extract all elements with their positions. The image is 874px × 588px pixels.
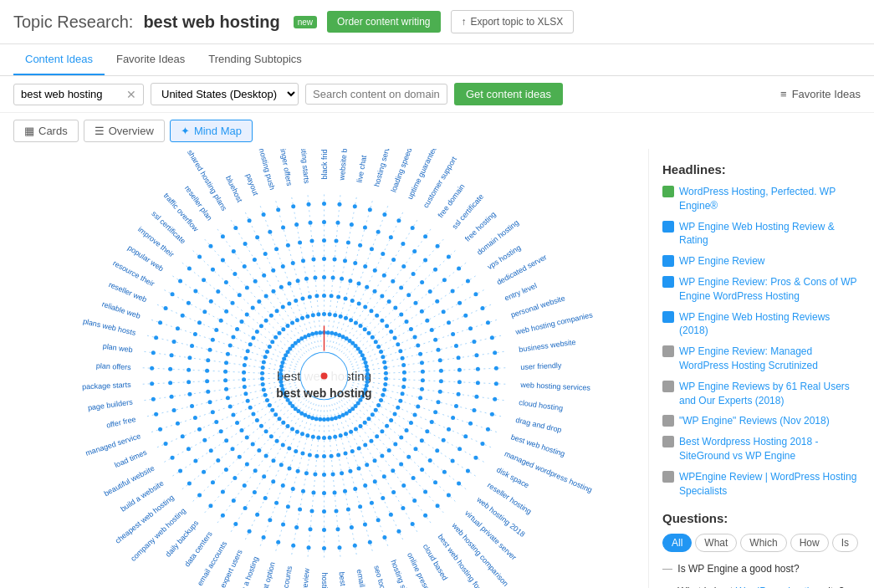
mind-map-area[interactable]: best web hosting xyxy=(0,149,648,588)
filter-which[interactable]: Which xyxy=(740,534,786,552)
location-select[interactable]: United States (Desktop) xyxy=(151,83,299,105)
headline-link[interactable]: WP Engine Review: Pros & Cons of WP Engi… xyxy=(679,275,861,304)
page-title-keyword: best web hosting xyxy=(143,13,279,32)
tab-favorite-ideas[interactable]: Favorite Ideas xyxy=(105,44,197,75)
headline-item: WordPress Hosting, Perfected. WP Engine® xyxy=(662,185,861,213)
dash-icon: — xyxy=(662,563,672,575)
overview-icon: ☰ xyxy=(95,125,105,137)
headline-link[interactable]: WP Engine Reviews by 61 Real Users and O… xyxy=(679,380,861,408)
headlines-section: Headlines: WordPress Hosting, Perfected.… xyxy=(662,162,861,498)
filter-all[interactable]: All xyxy=(662,534,692,552)
favicon-icon xyxy=(662,436,674,447)
tab-trending-subtopics[interactable]: Trending Subtopics xyxy=(197,44,314,75)
list-icon: ≡ xyxy=(780,88,787,100)
favicon-icon xyxy=(662,345,674,357)
export-icon: ↑ xyxy=(462,16,467,28)
keyword-input[interactable] xyxy=(21,88,121,100)
mindmap-icon: ✦ xyxy=(181,125,190,137)
headline-item: WP Engine Review: Managed WordPress Host… xyxy=(662,345,861,373)
toolbar: ✕ United States (Desktop) Get content id… xyxy=(0,76,874,113)
headline-item: WP Engine Review: Pros & Cons of WP Engi… xyxy=(662,275,861,304)
tabs-bar: Content Ideas Favorite Ideas Trending Su… xyxy=(0,44,874,76)
filter-what[interactable]: What xyxy=(695,534,737,552)
headline-link[interactable]: Best Wordpress Hosting 2018 - SiteGround… xyxy=(679,435,861,463)
filter-is[interactable]: Is xyxy=(832,534,858,552)
keyword-search-box[interactable]: ✕ xyxy=(13,84,144,105)
headline-item: Best Wordpress Hosting 2018 - SiteGround… xyxy=(662,435,861,463)
page-header: Topic Research: best web hosting new Ord… xyxy=(0,0,874,44)
question-item: — Is WP Engine a good host? xyxy=(662,562,861,576)
tab-content-ideas[interactable]: Content Ideas xyxy=(13,44,105,75)
headline-link[interactable]: WP Engine Web Hosting Review & Rating xyxy=(679,220,861,248)
right-panel: Headlines: WordPress Hosting, Perfected.… xyxy=(648,149,874,588)
favicon-icon xyxy=(662,415,674,427)
question-filters: All What Which How Is xyxy=(662,534,861,552)
clear-icon[interactable]: ✕ xyxy=(126,88,136,101)
headlines-title: Headlines: xyxy=(662,162,861,176)
headline-item: WP Engine Web Hosting Review & Rating xyxy=(662,220,861,248)
cards-icon: ▦ xyxy=(24,125,34,137)
headline-item: WP Engine Review xyxy=(662,254,861,268)
headline-link[interactable]: "WP Engine" Reviews (Nov 2018) xyxy=(679,414,830,428)
export-xlsx-button[interactable]: ↑ Export topic to XLSX xyxy=(451,10,575,33)
page-title-static: Topic Research: xyxy=(13,13,133,32)
questions-section: Questions: All What Which How Is — Is WP… xyxy=(662,511,861,588)
headline-item: WPEngine Review | WordPress Hosting Spec… xyxy=(662,470,861,499)
headline-link[interactable]: WordPress Hosting, Perfected. WP Engine® xyxy=(679,185,861,213)
favicon-icon xyxy=(662,255,674,267)
cards-view-button[interactable]: ▦ Cards xyxy=(13,120,79,142)
favicon-icon xyxy=(662,186,674,197)
badge-new: new xyxy=(294,16,317,28)
headline-item: WP Engine Web Hosting Reviews (2018) xyxy=(662,310,861,339)
headline-item: WP Engine Reviews by 61 Real Users and O… xyxy=(662,380,861,408)
mindmap-view-button[interactable]: ✦ Mind Map xyxy=(170,120,253,142)
headline-link[interactable]: WP Engine Review: Managed WordPress Host… xyxy=(679,345,861,373)
favicon-icon xyxy=(662,381,674,392)
main-content: best web hosting Headlines: WordPress Ho… xyxy=(0,149,874,588)
headline-link[interactable]: WP Engine Review xyxy=(679,254,765,268)
overview-view-button[interactable]: ☰ Overview xyxy=(84,120,165,142)
filter-how[interactable]: How xyxy=(790,534,829,552)
headline-link[interactable]: WP Engine Web Hosting Reviews (2018) xyxy=(679,310,861,339)
question-item: — What is best WordPress hosting site? xyxy=(662,585,861,588)
headline-item: "WP Engine" Reviews (Nov 2018) xyxy=(662,414,861,428)
favicon-icon xyxy=(662,221,674,233)
favicon-icon xyxy=(662,276,674,288)
get-content-ideas-button[interactable]: Get content ideas xyxy=(454,83,563,105)
favicon-icon xyxy=(662,471,674,483)
order-content-button[interactable]: Order content writing xyxy=(327,11,440,33)
favorite-ideas-toggle[interactable]: ≡ Favorite Ideas xyxy=(780,88,861,100)
headline-link[interactable]: WPEngine Review | WordPress Hosting Spec… xyxy=(679,470,861,499)
favicon-icon xyxy=(662,311,674,323)
view-toggle-bar: ▦ Cards ☰ Overview ✦ Mind Map xyxy=(0,113,874,149)
search-domain-input[interactable] xyxy=(305,84,447,105)
questions-title: Questions: xyxy=(662,511,861,525)
